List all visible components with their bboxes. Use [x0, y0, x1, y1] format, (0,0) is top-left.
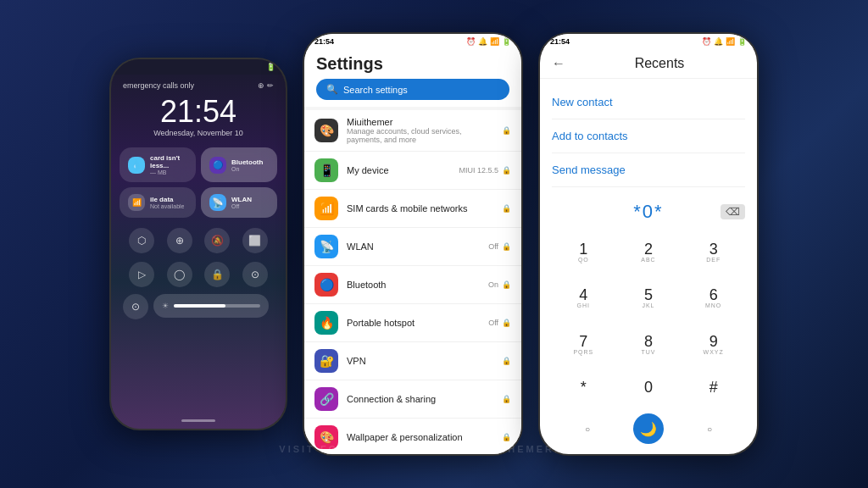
ctrl-tile-mobile-title: ile data [150, 196, 184, 203]
miuithemer-sub: Manage accounts, cloud services, payment… [347, 127, 493, 144]
btn-hexagon[interactable]: ⬡ [129, 228, 154, 253]
connection-name: Connection & sharing [347, 394, 493, 404]
dialer-time: 21:54 [550, 37, 570, 46]
brightness-icon: ☀ [162, 302, 169, 310]
ls-date: Wednesday, November 10 [111, 129, 286, 137]
btn-lock[interactable]: 🔒 [204, 262, 230, 287]
key-4[interactable]: 4 GHI [552, 276, 615, 321]
key-star-num: * [581, 380, 587, 395]
dial-bottom-left[interactable]: ○ [572, 413, 603, 444]
bluetooth-right: On 🔒 [488, 280, 511, 289]
dialer-vol-icon: 🔔 [714, 37, 723, 46]
key-9[interactable]: 9 WXYZ [682, 322, 745, 367]
key-2-num: 2 [644, 241, 653, 257]
hotspot-icon: 🔥 [314, 311, 338, 335]
wlan-settings-icon: 📡 [314, 235, 338, 258]
key-0[interactable]: 0 [617, 369, 681, 408]
lock-icon-3: 🔒 [502, 204, 511, 213]
ctrl-tile-wlan[interactable]: 📡 WLAN Off [201, 187, 277, 218]
key-7-num: 7 [579, 334, 587, 349]
ls-status-bar: emergency calls only ⊕ ✏ [111, 75, 286, 93]
key-8[interactable]: 8 TUV [617, 322, 681, 367]
dial-display: *0* [633, 201, 663, 223]
phone-1: 🔋 emergency calls only ⊕ ✏ 21:54 Wednesd… [109, 58, 287, 430]
settings-item-sim[interactable]: 📶 SIM cards & mobile networks 🔒 [304, 190, 521, 228]
sim-icon: 📶 [314, 197, 338, 220]
key-1[interactable]: 1 QO [552, 230, 615, 274]
wlan-right: Off 🔒 [488, 242, 511, 251]
settings-screen: 21:54 ⏰ 🔔 📶 🔋 Settings 🔍 Search settings [304, 34, 521, 454]
back-button[interactable]: ← [552, 56, 565, 71]
ctrl-tile-mobile-sub: Not available [150, 203, 184, 209]
search-placeholder: Search settings [343, 85, 408, 95]
settings-item-connection[interactable]: 🔗 Connection & sharing 🔒 [304, 380, 521, 419]
key-3[interactable]: 3 DEF [682, 230, 745, 274]
key-6-num: 6 [709, 287, 718, 302]
settings-battery-icon: 🔋 [502, 37, 511, 46]
brightness-slider[interactable]: ☀ [153, 294, 269, 318]
bluetooth-content: Bluetooth [347, 280, 480, 290]
settings-status-icons: ⏰ 🔔 📶 🔋 [466, 37, 511, 46]
settings-item-wlan[interactable]: 📡 WLAN Off 🔒 [304, 228, 521, 266]
settings-alarm-icon: ⏰ [466, 37, 476, 46]
key-1-num: 1 [579, 241, 587, 257]
ls-edit-icon: ✏ [267, 81, 274, 90]
settings-title: Settings [316, 54, 509, 74]
vpn-content: VPN [347, 356, 493, 366]
key-star[interactable]: * [552, 369, 615, 408]
ctrl-tile-data[interactable]: 💧 card isn't less... — MB [120, 147, 196, 182]
ctrl-tile-mobile[interactable]: 📶 ile data Not available [120, 187, 196, 218]
mydevice-version: MIUI 12.5.5 [459, 166, 498, 175]
dialer-header: ← Recents [540, 49, 757, 79]
key-6[interactable]: 6 MNO [682, 276, 745, 321]
lock-icon-1: 🔒 [502, 126, 511, 135]
key-5-letters: JKL [642, 302, 654, 308]
btn-scan[interactable]: ⬜ [242, 228, 268, 253]
settings-item-vpn[interactable]: 🔐 VPN 🔒 [304, 342, 521, 380]
settings-status-bar: 21:54 ⏰ 🔔 📶 🔋 [304, 34, 521, 49]
btn-camera[interactable]: ⊙ [123, 294, 148, 319]
key-5[interactable]: 5 JKL [617, 276, 681, 321]
settings-item-mydevice[interactable]: 📱 My device MIUI 12.5.5 🔒 [304, 152, 521, 190]
key-0-num: 0 [644, 380, 653, 395]
home-indicator [181, 419, 215, 422]
sim-right: 🔒 [502, 204, 511, 213]
mobile-data-icon: 📶 [128, 194, 145, 211]
phone-2: 21:54 ⏰ 🔔 📶 🔋 Settings 🔍 Search settings [303, 32, 523, 456]
key-2[interactable]: 2 ABC [617, 230, 681, 274]
btn-location[interactable]: ⊙ [242, 262, 268, 287]
settings-item-bluetooth[interactable]: 🔵 Bluetooth On 🔒 [304, 266, 521, 304]
btn-circle[interactable]: ◯ [167, 262, 192, 287]
dial-call-button[interactable]: 🌙 [633, 413, 664, 444]
slider-fill [174, 304, 225, 308]
lock-icon-6: 🔒 [502, 319, 511, 327]
search-icon: 🔍 [326, 84, 338, 95]
dial-delete-button[interactable]: ⌫ [721, 204, 745, 219]
key-hash[interactable]: # [682, 369, 745, 408]
ctrl-tile-bluetooth[interactable]: 🔵 Bluetooth On [201, 147, 277, 182]
ctrl-tile-data-sub: — MB [150, 169, 187, 175]
phone-3: 21:54 ⏰ 🔔 📶 🔋 ← Recents New contact Add … [538, 32, 759, 456]
key-3-num: 3 [709, 241, 718, 257]
dial-bottom-right[interactable]: ○ [694, 413, 725, 444]
recents-list: New contact Add to contacts Send message [540, 79, 757, 194]
search-bar[interactable]: 🔍 Search settings [316, 79, 509, 100]
lock-icon-7: 🔒 [502, 357, 511, 365]
recent-send-message[interactable]: Send message [552, 153, 745, 187]
recent-new-contact[interactable]: New contact [552, 86, 745, 119]
settings-item-hotspot[interactable]: 🔥 Portable hotspot Off 🔒 [304, 304, 521, 342]
key-hash-num: # [709, 380, 718, 395]
key-7[interactable]: 7 PQRS [552, 322, 615, 367]
btn-plus[interactable]: ⊕ [167, 228, 192, 253]
btn-mute[interactable]: 🔕 [204, 228, 230, 253]
settings-item-miuithemer[interactable]: 🎨 Miuithemer Manage accounts, cloud serv… [304, 110, 521, 152]
bluetooth-settings-icon: 🔵 [314, 273, 338, 297]
keypad: 1 QO 2 ABC 3 DEF 4 GHI 5 JKL [540, 230, 757, 407]
control-grid: 💧 card isn't less... — MB 🔵 Bluetooth On [111, 142, 286, 223]
ls-notch: 🔋 [111, 59, 286, 75]
btn-play[interactable]: ▷ [129, 262, 154, 287]
lockscreen-screen: 🔋 emergency calls only ⊕ ✏ 21:54 Wednesd… [111, 59, 286, 429]
key-8-letters: TUV [641, 349, 655, 355]
recent-add-contacts[interactable]: Add to contacts [552, 119, 745, 153]
vpn-right: 🔒 [502, 357, 511, 365]
